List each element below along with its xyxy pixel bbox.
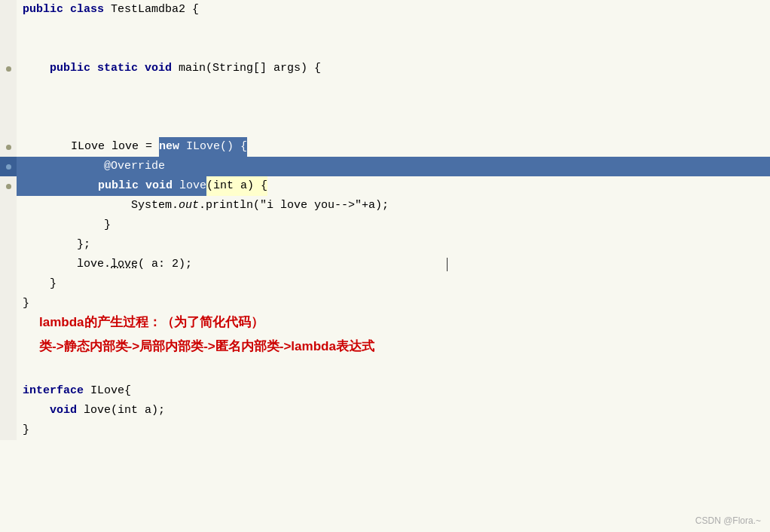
line-text-9: @Override [17, 157, 770, 176]
gutter-dot-10 [6, 184, 11, 189]
code-line-blank-4 [0, 98, 770, 118]
code-line-blank-1 [0, 20, 770, 39]
code-block: public class TestLamdba2 { public static… [0, 0, 770, 532]
line-text-b6: love.love( a: 2); [17, 255, 198, 274]
code-line-blank-6: love.love( a: 2); [0, 255, 770, 274]
code-line-13: }; [0, 235, 770, 255]
code-line-8: ILove love = new ILove() { [0, 137, 770, 157]
line-text-15: } [17, 274, 63, 294]
line-text-b5 [17, 118, 35, 137]
line-text-b7 [17, 362, 35, 381]
code-line-12: } [0, 216, 770, 235]
line-text-12: } [17, 216, 117, 235]
gutter-c1 [0, 313, 17, 338]
line-8-content: ILove love = new ILove() { [17, 137, 770, 157]
gutter-10 [0, 176, 17, 196]
code-line-11: System.out.println("i love you-->"+a); [0, 196, 770, 216]
gutter-9 [0, 157, 17, 176]
gutter-b4 [0, 98, 17, 118]
gutter-1 [0, 0, 17, 20]
code-line-22: void love(int a); [0, 401, 770, 420]
line-text-1: public class TestLamdba2 { [17, 0, 205, 20]
gutter-dot-8 [6, 145, 11, 150]
line-text-4: public static void main(String[] args) { [17, 59, 327, 78]
line8-highlight: new ILove() { [159, 137, 247, 157]
text-cursor [447, 258, 448, 271]
gutter-b6 [0, 255, 17, 274]
gutter-21 [0, 381, 17, 401]
gutter-15 [0, 274, 17, 294]
line-10-content: public void love(int a) { [17, 176, 770, 196]
line-text-21: interface ILove{ [17, 381, 137, 401]
code-line-10: public void love(int a) { [0, 176, 770, 196]
gutter-13 [0, 235, 17, 255]
gutter-11 [0, 196, 17, 216]
line-text-b3 [17, 78, 35, 98]
comment-text-2: 类->静态内部类->局部内部类->匿名内部类->lambda表达式 [17, 338, 374, 362]
code-line-comment2: 类->静态内部类->局部内部类->匿名内部类->lambda表达式 [0, 338, 770, 362]
code-line-23: } [0, 420, 770, 440]
code-line-blank-2 [0, 39, 770, 59]
line10-highlight: public void love [17, 176, 206, 196]
gutter-b7 [0, 362, 17, 381]
code-line-blank-7 [0, 362, 770, 381]
gutter-22 [0, 401, 17, 420]
gutter-b3 [0, 78, 17, 98]
comment-text-1: lambda的产生过程：（为了简化代码） [17, 313, 264, 338]
gutter-23 [0, 420, 17, 440]
code-line-blank-5 [0, 118, 770, 137]
line-text-23: } [17, 420, 35, 440]
gutter-4 [0, 59, 17, 78]
line-text-13: }; [17, 235, 96, 255]
gutter-c2 [0, 338, 17, 362]
code-line-4: public static void main(String[] args) { [0, 59, 770, 78]
code-line-21: interface ILove{ [0, 381, 770, 401]
line-text-11: System.out.println("i love you-->"+a); [17, 196, 395, 216]
gutter-b1 [0, 20, 17, 39]
gutter-8 [0, 137, 17, 157]
line-text-b1 [17, 20, 35, 39]
line-text-b2 [17, 39, 35, 59]
code-line-1: public class TestLamdba2 { [0, 0, 770, 20]
gutter-b2 [0, 39, 17, 59]
code-line-9: @Override [0, 157, 770, 176]
line-text-b4 [17, 98, 35, 118]
gutter-b5 [0, 118, 17, 137]
line10-after: (int a) { [206, 176, 267, 196]
code-line-16: } [0, 294, 770, 313]
code-container: public class TestLamdba2 { public static… [0, 0, 770, 532]
gutter-dot-9 [6, 164, 11, 170]
line-text-22: void love(int a); [17, 401, 171, 420]
line8-before: ILove love = [17, 137, 159, 157]
gutter-12 [0, 216, 17, 235]
watermark: CSDN @Flora.~ [695, 515, 761, 526]
code-line-blank-3 [0, 78, 770, 98]
gutter-16 [0, 294, 17, 313]
gutter-dot-4 [6, 66, 11, 72]
code-line-comment1: lambda的产生过程：（为了简化代码） [0, 313, 770, 338]
line-text-16: } [17, 294, 35, 313]
code-line-15: } [0, 274, 770, 294]
